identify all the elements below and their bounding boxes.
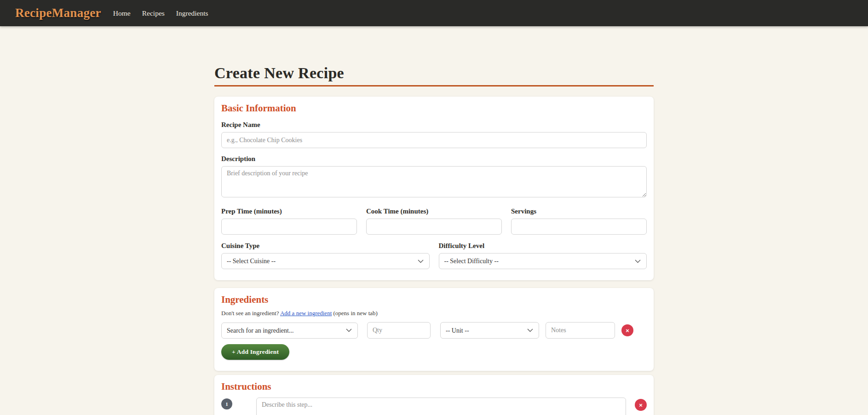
nav-item-home[interactable]: Home <box>113 9 131 17</box>
difficulty-select[interactable]: -- Select Difficulty -- <box>439 253 647 269</box>
difficulty-level-label: Difficulty Level <box>439 242 647 250</box>
ingredients-card: Ingredients Don't see an ingredient? Add… <box>214 288 654 371</box>
add-ingredient-button[interactable]: + Add Ingredient <box>221 344 289 360</box>
step-number-badge: 1 <box>221 398 232 409</box>
cuisine-select[interactable]: -- Select Cuisine -- <box>221 253 430 269</box>
x-icon: × <box>626 328 629 334</box>
remove-step-button[interactable]: × <box>635 399 647 411</box>
prep-time-input[interactable] <box>221 219 357 235</box>
instructions-card: Instructions 1 × + Add Step <box>214 375 654 415</box>
top-navbar: RecipeManager Home Recipes Ingredients <box>0 0 868 26</box>
unit-select[interactable]: -- Unit -- <box>440 322 539 339</box>
remove-ingredient-button[interactable]: × <box>621 324 633 336</box>
step-description-textarea[interactable] <box>256 398 626 415</box>
notes-input[interactable] <box>546 322 615 339</box>
basic-information-heading: Basic Information <box>221 103 647 114</box>
nav-item-ingredients[interactable]: Ingredients <box>176 9 208 17</box>
ingredient-helper-text: Don't see an ingredient? Add a new ingre… <box>221 310 647 317</box>
nav-links: Home Recipes Ingredients <box>113 9 208 17</box>
ingredient-row: Search for an ingredient... -- Unit -- × <box>221 322 647 339</box>
cook-time-label: Cook Time (minutes) <box>366 208 502 215</box>
difficulty-select-wrap: -- Select Difficulty -- <box>439 253 647 269</box>
cuisine-difficulty-row: Cuisine Type -- Select Cuisine -- Diffic… <box>221 235 647 269</box>
recipe-name-input[interactable] <box>221 132 647 148</box>
helper-suffix: (opens in new tab) <box>332 310 378 317</box>
instruction-step-row: 1 × <box>221 398 647 415</box>
brand-logo[interactable]: RecipeManager <box>15 6 101 20</box>
ingredient-search-wrap: Search for an ingredient... <box>221 323 358 339</box>
description-label: Description <box>221 155 647 163</box>
prep-time-field: Prep Time (minutes) <box>221 200 357 235</box>
helper-prefix: Don't see an ingredient? <box>221 310 280 317</box>
servings-field: Servings <box>511 200 647 235</box>
time-servings-row: Prep Time (minutes) Cook Time (minutes) … <box>221 200 647 235</box>
prep-time-label: Prep Time (minutes) <box>221 208 357 215</box>
servings-label: Servings <box>511 208 647 215</box>
cuisine-select-wrap: -- Select Cuisine -- <box>221 253 430 269</box>
unit-select-wrap: -- Unit -- <box>440 322 539 339</box>
cook-time-input[interactable] <box>366 219 502 235</box>
x-icon: × <box>639 402 643 408</box>
servings-input[interactable] <box>511 219 647 235</box>
page-title: Create New Recipe <box>214 64 654 86</box>
ingredient-search-select[interactable]: Search for an ingredient... <box>221 323 358 339</box>
cuisine-field: Cuisine Type -- Select Cuisine -- <box>221 235 430 269</box>
basic-information-card: Basic Information Recipe Name Descriptio… <box>214 97 654 280</box>
ingredients-heading: Ingredients <box>221 294 647 305</box>
add-new-ingredient-link[interactable]: Add a new ingredient <box>280 310 332 317</box>
step-badge-column: 1 <box>221 398 256 409</box>
main-content: Create New Recipe Basic Information Reci… <box>214 26 654 415</box>
description-textarea[interactable] <box>221 166 647 197</box>
instructions-heading: Instructions <box>221 381 647 392</box>
quantity-input[interactable] <box>367 322 431 339</box>
nav-item-recipes[interactable]: Recipes <box>142 9 165 17</box>
cuisine-type-label: Cuisine Type <box>221 242 430 250</box>
cook-time-field: Cook Time (minutes) <box>366 200 502 235</box>
difficulty-field: Difficulty Level -- Select Difficulty -- <box>439 235 647 269</box>
recipe-name-label: Recipe Name <box>221 121 647 129</box>
